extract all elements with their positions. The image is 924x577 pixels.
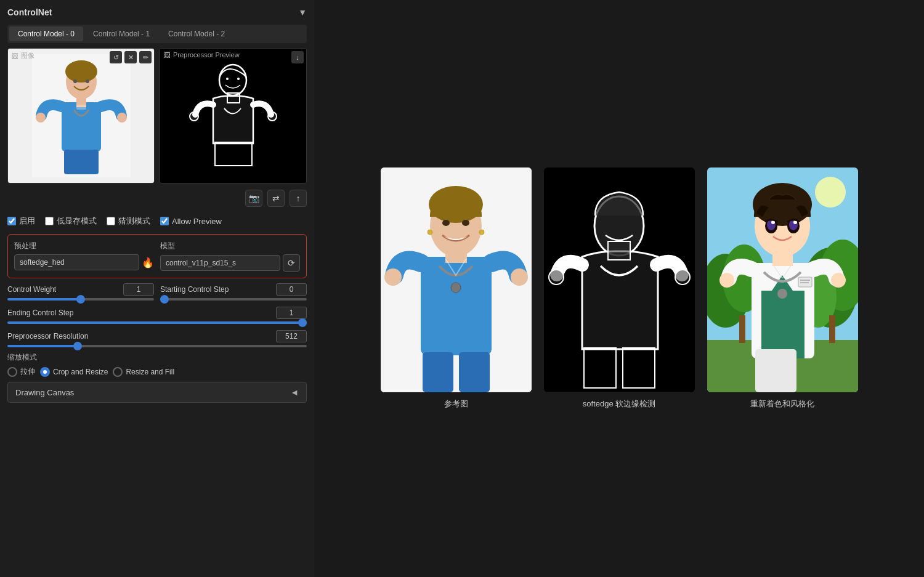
stretch-radio[interactable]: 拉伸 <box>7 366 35 377</box>
action-row: 📷 ⇄ ↑ <box>7 188 307 208</box>
svg-point-55 <box>777 289 787 299</box>
svg-rect-70 <box>755 349 796 392</box>
model-section-row: 预处理 softedge_hed none canny depth 🔥 模型 <box>14 241 300 272</box>
model-select-row: control_v11p_sd15_s control_v11p_sd15_ca… <box>160 254 300 272</box>
tabs-row: Control Model - 0 Control Model - 1 Cont… <box>7 25 307 43</box>
model-col: 模型 control_v11p_sd15_s control_v11p_sd15… <box>160 241 300 272</box>
model-refresh-button[interactable]: ⟳ <box>283 254 300 272</box>
svg-point-3 <box>73 79 77 83</box>
ending-step-row: Ending Control Step 1 <box>7 307 307 324</box>
source-image-box[interactable]: 🖼 图像 ↺ ✕ ✏ <box>7 48 155 184</box>
ending-step-value: 1 <box>276 307 307 319</box>
svg-rect-50 <box>739 315 745 343</box>
model-section: 预处理 softedge_hed none canny depth 🔥 模型 <box>7 234 307 278</box>
preprocessor-label: 预处理 <box>14 241 154 251</box>
svg-point-8 <box>117 113 127 123</box>
control-weight-label: Control Weight <box>7 285 56 294</box>
download-preview-button[interactable]: ↓ <box>291 51 304 63</box>
crop-resize-radio-circle <box>40 367 50 377</box>
upload-button[interactable]: ↑ <box>290 190 307 207</box>
svg-rect-36 <box>608 241 630 260</box>
scale-mode-label: 缩放模式 <box>7 352 307 363</box>
source-image-content <box>8 49 154 183</box>
allow-preview-checkbox[interactable]: Allow Preview <box>160 217 222 226</box>
enable-checkbox-input[interactable] <box>7 217 16 225</box>
tab-control-model-1[interactable]: Control Model - 1 <box>84 26 158 41</box>
drawing-canvas-row[interactable]: Drawing Canvas ◄ <box>7 382 307 403</box>
output-col-3: 重新着色和风格化 <box>707 167 858 410</box>
refresh-image-button[interactable]: ↺ <box>110 51 122 63</box>
tab-control-model-0[interactable]: Control Model - 0 <box>9 26 83 41</box>
panel-collapse-button[interactable]: ▼ <box>298 7 307 17</box>
svg-point-17 <box>226 78 229 80</box>
resize-fill-radio[interactable]: Resize and Fill <box>113 367 174 377</box>
panel-title: ControlNet <box>7 7 52 17</box>
svg-point-37 <box>549 270 564 284</box>
output-caption-2: softedge 软边缘检测 <box>583 398 656 410</box>
output-col-1: 参考图 <box>381 167 532 410</box>
resolution-header: Preprocessor Resolution 512 <box>7 330 307 342</box>
svg-rect-10 <box>76 105 86 110</box>
svg-point-27 <box>384 268 402 286</box>
starting-step-header: Starting Control Step 0 <box>160 283 307 296</box>
control-weight-header: Control Weight 1 <box>7 283 154 296</box>
starting-step-slider[interactable] <box>160 298 307 301</box>
ending-step-header: Ending Control Step 1 <box>7 307 307 319</box>
svg-point-18 <box>237 78 240 80</box>
output-nurse-photo-svg <box>381 167 532 392</box>
output-image-1 <box>381 167 532 392</box>
nurse-photo-svg <box>32 54 131 177</box>
preprocessor-preview-label: 🖼 Preprocessor Preview <box>164 51 240 59</box>
fire-icon: 🔥 <box>142 257 154 268</box>
output-image-3 <box>707 167 858 392</box>
resize-fill-radio-circle <box>113 367 123 377</box>
tab-control-model-2[interactable]: Control Model - 2 <box>160 26 233 41</box>
model-select[interactable]: control_v11p_sd15_s control_v11p_sd15_ca… <box>160 255 280 271</box>
svg-point-33 <box>479 230 484 235</box>
svg-rect-31 <box>459 352 490 392</box>
svg-point-29 <box>451 283 461 293</box>
stretch-radio-circle <box>7 367 17 377</box>
svg-point-28 <box>511 268 528 286</box>
output-anime-svg <box>707 167 858 392</box>
guess-mode-checkbox-input[interactable] <box>107 217 115 225</box>
crop-resize-radio[interactable]: Crop and Resize <box>40 367 108 377</box>
source-image-label: 🖼 图像 <box>12 51 34 60</box>
slider-two-col-row1: Control Weight 1 Starting Control Step 0 <box>7 283 307 301</box>
svg-point-26 <box>462 220 469 226</box>
control-weight-value: 1 <box>123 283 154 296</box>
main-layout: ControlNet ▼ Control Model - 0 Control M… <box>0 0 924 577</box>
sliders-section: Control Weight 1 Starting Control Step 0 <box>7 283 307 347</box>
svg-point-65 <box>719 273 734 288</box>
guess-mode-checkbox[interactable]: 猜测模式 <box>107 216 150 227</box>
resolution-slider[interactable] <box>7 345 307 347</box>
ending-step-slider[interactable] <box>7 321 307 324</box>
svg-point-15 <box>268 112 277 121</box>
close-image-button[interactable]: ✕ <box>124 51 137 63</box>
output-caption-3: 重新着色和风格化 <box>750 398 814 410</box>
checkboxes-row: 启用 低显存模式 猜测模式 Allow Preview <box>7 213 307 229</box>
svg-rect-51 <box>829 315 835 343</box>
preprocessor-select[interactable]: softedge_hed none canny depth <box>14 254 139 270</box>
low-vram-checkbox-input[interactable] <box>45 217 54 225</box>
svg-rect-30 <box>423 352 453 392</box>
preprocessor-preview-box[interactable]: 🖼 Preprocessor Preview ↓ <box>160 48 307 184</box>
images-row: 🖼 图像 ↺ ✕ ✏ <box>7 48 307 184</box>
allow-preview-checkbox-input[interactable] <box>160 217 169 225</box>
model-col-label: 模型 <box>160 241 300 251</box>
control-weight-slider[interactable] <box>7 298 154 301</box>
svg-rect-21 <box>421 257 492 355</box>
output-caption-1: 参考图 <box>444 398 468 410</box>
preprocessor-select-row: softedge_hed none canny depth 🔥 <box>14 254 154 270</box>
outline-preview-svg <box>185 54 281 177</box>
edit-image-button[interactable]: ✏ <box>139 51 152 63</box>
enable-checkbox[interactable]: 启用 <box>7 216 35 227</box>
low-vram-checkbox[interactable]: 低显存模式 <box>45 216 97 227</box>
drawing-canvas-label: Drawing Canvas <box>15 388 74 397</box>
resolution-row: Preprocessor Resolution 512 <box>7 330 307 347</box>
starting-step-value: 0 <box>276 283 307 296</box>
preprocessor-preview-icon: 🖼 <box>164 51 171 59</box>
svg-point-66 <box>831 273 846 288</box>
camera-button[interactable]: 📷 <box>245 190 262 207</box>
swap-button[interactable]: ⇄ <box>267 190 285 207</box>
